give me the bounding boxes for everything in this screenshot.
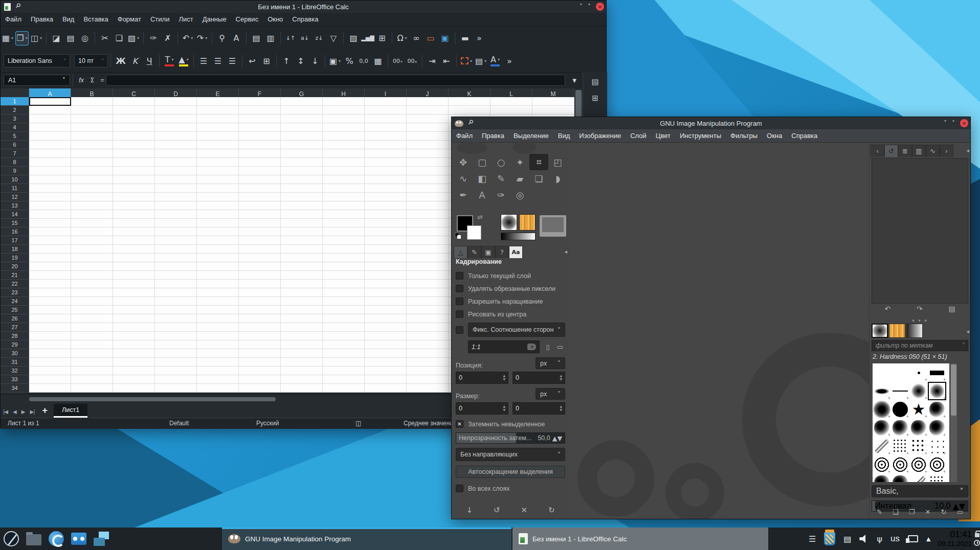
calc-menu-Сервис[interactable]: Сервис <box>231 13 263 26</box>
grid-cell[interactable] <box>155 297 197 306</box>
grid-cell[interactable] <box>197 340 239 349</box>
autoshrink-button[interactable]: Автосокращение выделения <box>456 466 565 478</box>
row-header-16[interactable]: 16 <box>1 227 29 236</box>
calc-menu-Данные[interactable]: Данные <box>198 13 231 26</box>
grid-cell[interactable] <box>281 175 323 184</box>
row-header-2[interactable]: 2 <box>1 106 29 114</box>
spelling-button[interactable]: A <box>230 31 243 45</box>
grid-cell[interactable] <box>365 262 407 271</box>
grid-cell[interactable] <box>71 123 113 132</box>
paintbrush-tool[interactable]: ✎ <box>492 170 510 187</box>
gimp-menu-Изображение[interactable]: Изображение <box>574 129 626 143</box>
grid-cell[interactable] <box>365 384 407 393</box>
print-preview-button[interactable]: ◎ <box>78 31 92 45</box>
border-color-button[interactable]: A▾ <box>488 54 502 68</box>
grid-cell[interactable] <box>407 149 449 158</box>
grid-cell[interactable] <box>71 366 113 375</box>
grid-cell[interactable] <box>281 314 323 323</box>
sum-icon[interactable]: Σ <box>90 76 94 84</box>
grid-cell[interactable] <box>239 384 281 393</box>
active-image-thumbnail[interactable] <box>540 215 566 237</box>
grid-cell[interactable] <box>113 288 155 297</box>
grid-cell[interactable] <box>281 332 323 340</box>
grid-cell[interactable] <box>155 193 197 201</box>
grid-cell[interactable] <box>365 149 407 158</box>
grid-cell[interactable] <box>365 175 407 184</box>
wrap-text-button[interactable]: ↩ <box>246 54 259 68</box>
grid-cell[interactable] <box>197 193 239 201</box>
grid-cell[interactable] <box>239 297 281 306</box>
row-header-26[interactable]: 26 <box>1 314 29 323</box>
portrait-button[interactable]: ▯ <box>543 342 553 352</box>
grid-cell[interactable] <box>323 366 365 375</box>
grid-cell[interactable] <box>197 245 239 254</box>
grid-cell[interactable] <box>323 193 365 201</box>
cut-button[interactable]: ✂ <box>98 31 112 45</box>
brush-hardness-025[interactable] <box>909 382 928 400</box>
grid-cell[interactable] <box>113 245 155 254</box>
scrollbar-thumb[interactable] <box>951 364 956 416</box>
row-header-6[interactable]: 6 <box>1 141 29 149</box>
grid-cell[interactable] <box>407 280 449 288</box>
fonts-tab[interactable]: Aa <box>509 246 523 258</box>
paste-button[interactable]: ▧▾ <box>127 31 140 45</box>
grid-cell[interactable] <box>71 288 113 297</box>
grid-cell[interactable] <box>323 280 365 288</box>
show-draw-functions-button[interactable]: ▣ <box>438 31 452 45</box>
grid-cell[interactable] <box>281 167 323 175</box>
grid-cell[interactable] <box>365 114 407 123</box>
highlight-color-button[interactable]: ▲▾ <box>177 54 190 68</box>
device-status-tab[interactable]: ✎ <box>467 246 481 258</box>
grid-cell[interactable] <box>239 193 281 201</box>
grid-cell[interactable] <box>197 227 239 236</box>
grid-cell[interactable] <box>407 97 449 106</box>
grid-cell[interactable] <box>365 349 407 358</box>
reset-tool-icon[interactable]: ↻ <box>548 506 555 515</box>
grid-cell[interactable] <box>281 262 323 271</box>
grid-cell[interactable] <box>239 132 281 141</box>
grid-cell[interactable] <box>155 349 197 358</box>
previous-sheet-button[interactable]: ◀ <box>13 409 16 415</box>
grid-cell[interactable] <box>365 297 407 306</box>
grid-cell[interactable] <box>239 314 281 323</box>
display-icon[interactable] <box>908 535 918 542</box>
grid-cell[interactable] <box>29 149 71 158</box>
grid-cell[interactable] <box>407 201 449 210</box>
grid-cell[interactable] <box>323 236 365 245</box>
clock[interactable]: 01:41 09.11.2021 <box>938 530 972 547</box>
grid-cell[interactable] <box>239 262 281 271</box>
grid-cell[interactable] <box>155 314 197 323</box>
autofilter-button[interactable]: ▽ <box>327 31 340 45</box>
brush-hardness-100[interactable] <box>891 400 909 419</box>
grid-cell[interactable] <box>29 184 71 193</box>
grid-cell[interactable] <box>407 323 449 332</box>
center-vertically-button[interactable]: ↕ <box>294 54 307 68</box>
grid-cell[interactable] <box>281 210 323 219</box>
row-header-13[interactable]: 13 <box>1 201 29 210</box>
grid-cell[interactable] <box>281 366 323 375</box>
fixed-aspect-checkbox[interactable] <box>456 326 463 334</box>
grid-cell[interactable] <box>365 288 407 297</box>
brush-smudge[interactable] <box>873 437 891 455</box>
grid-cell[interactable] <box>155 323 197 332</box>
grid-cell[interactable] <box>29 123 71 132</box>
add-sheet-button[interactable]: + <box>42 405 48 416</box>
print-button[interactable]: ▤ <box>64 31 77 45</box>
grid-cell[interactable] <box>239 123 281 132</box>
row-header-33[interactable]: 33 <box>1 375 29 384</box>
gimp-menu-Цвет[interactable]: Цвет <box>651 129 675 143</box>
grid-cell[interactable] <box>365 280 407 288</box>
brush-confetti[interactable] <box>928 437 946 455</box>
brush-pixel[interactable] <box>909 363 928 382</box>
grid-cell[interactable] <box>323 384 365 393</box>
swap-colors-icon[interactable]: ⇄ <box>477 213 483 221</box>
fuzzy-select-tool[interactable]: ✦ <box>510 154 529 170</box>
grid-cell[interactable] <box>29 280 71 288</box>
grid-cell[interactable] <box>29 106 71 114</box>
grid-cell[interactable] <box>113 271 155 280</box>
grid-cell[interactable] <box>29 384 71 393</box>
brush-hardness-075[interactable] <box>873 400 891 419</box>
align-left-button[interactable]: ☰ <box>197 54 210 68</box>
grid-cell[interactable] <box>239 201 281 210</box>
grid-cell[interactable] <box>281 288 323 297</box>
